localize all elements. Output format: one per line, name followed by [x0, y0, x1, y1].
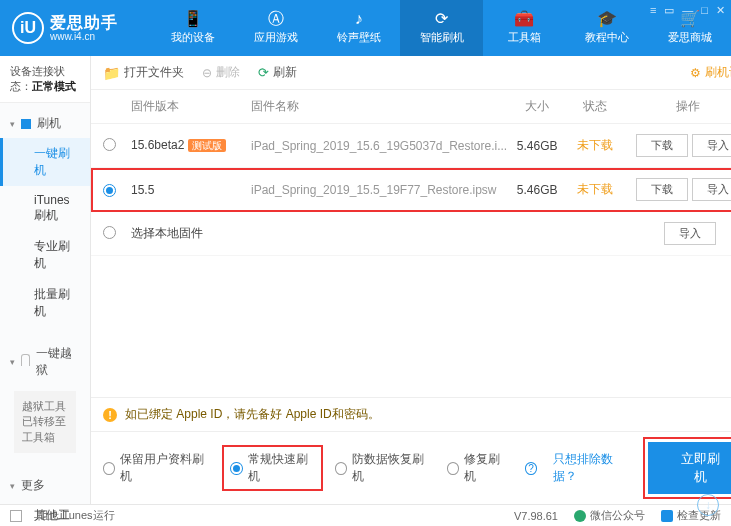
flash-now-button[interactable]: 立即刷机: [648, 442, 731, 494]
nav-toolbox[interactable]: 🧰工具箱: [483, 0, 566, 56]
device-icon: 📱: [183, 11, 203, 27]
music-icon: ♪: [355, 11, 363, 27]
refresh-button[interactable]: ⟳刷新: [258, 64, 297, 81]
nav-my-device[interactable]: 📱我的设备: [152, 0, 235, 56]
row-radio[interactable]: [103, 226, 116, 239]
nav-ringtone[interactable]: ♪铃声壁纸: [317, 0, 400, 56]
nav-apps[interactable]: Ⓐ应用游戏: [235, 0, 318, 56]
import-button[interactable]: 导入: [692, 134, 731, 157]
update-icon: [661, 510, 673, 522]
chevron-down-icon: ▾: [10, 481, 15, 491]
import-button[interactable]: 导入: [664, 222, 716, 245]
sidebar-item-oneclick[interactable]: 一键刷机: [0, 138, 90, 186]
gear-icon: ⚙: [690, 66, 701, 80]
lock-icon: [21, 354, 30, 366]
brand-url: www.i4.cn: [50, 31, 118, 42]
window-controls: ≡ ▭ — □ ✕: [650, 4, 725, 17]
row-radio[interactable]: [103, 138, 116, 151]
refresh-icon: ⟳: [258, 65, 269, 80]
radio-icon: [103, 462, 115, 475]
col-name: 固件名称: [251, 98, 507, 115]
jailbreak-note: 越狱工具已转移至工具箱: [14, 391, 76, 453]
firmware-status: 未下载: [567, 181, 623, 198]
radio-icon: [447, 462, 459, 475]
toolbox-icon: 🧰: [514, 11, 534, 27]
minimize-icon[interactable]: —: [682, 4, 693, 17]
radio-icon: [230, 462, 242, 475]
nav-flash[interactable]: ⟳智能刷机: [400, 0, 483, 56]
firmware-name: iPad_Spring_2019_15.6_19G5037d_Restore.i…: [251, 139, 507, 153]
radio-icon: [335, 462, 347, 475]
block-itunes-label: 阻止iTunes运行: [38, 508, 115, 523]
exclude-data-link[interactable]: 只想排除数据？: [553, 451, 632, 485]
maximize-icon[interactable]: □: [701, 4, 708, 17]
col-size: 大小: [507, 98, 567, 115]
sidebar-section-more[interactable]: ▾更多: [0, 471, 90, 500]
logo-icon: iU: [12, 12, 44, 44]
warning-icon: !: [103, 408, 117, 422]
appleid-notice: ! 如已绑定 Apple ID，请先备好 Apple ID和密码。 ×: [91, 397, 731, 431]
connection-status: 设备连接状态：正常模式: [0, 56, 90, 103]
delete-icon: ⊖: [202, 66, 212, 80]
sidebar-section-jailbreak[interactable]: ▾一键越狱: [0, 339, 90, 385]
version-label: V7.98.61: [514, 510, 558, 522]
firmware-size: 5.46GB: [507, 139, 567, 153]
chevron-down-icon: ▾: [10, 119, 15, 129]
info-icon[interactable]: ?: [525, 462, 537, 475]
square-icon: [21, 119, 31, 129]
local-firmware-label: 选择本地固件: [131, 225, 623, 242]
flash-settings-button[interactable]: ⚙刷机设置: [690, 64, 731, 81]
sidebar-section-flash[interactable]: ▾刷机: [0, 109, 90, 138]
brand-name: 爱思助手: [50, 14, 118, 32]
chevron-down-icon: ▾: [10, 357, 15, 367]
nav-tutorial[interactable]: 🎓教程中心: [566, 0, 649, 56]
apps-icon: Ⓐ: [268, 11, 284, 27]
open-folder-button[interactable]: 📁打开文件夹: [103, 64, 184, 81]
download-button[interactable]: 下载: [636, 178, 688, 201]
download-badge[interactable]: ↓: [697, 494, 719, 516]
mode-keep[interactable]: 保留用户资料刷机: [103, 451, 210, 485]
firmware-row[interactable]: 15.5 iPad_Spring_2019_15.5_19F77_Restore…: [91, 168, 731, 212]
sidebar-item-itunes[interactable]: iTunes刷机: [0, 186, 90, 231]
folder-icon: 📁: [103, 65, 120, 81]
firmware-status: 未下载: [567, 137, 623, 154]
col-ops: 操作: [623, 98, 731, 115]
sidebar-item-pro[interactable]: 专业刷机: [0, 231, 90, 279]
close-icon[interactable]: ✕: [716, 4, 725, 17]
mode-normal[interactable]: 常规快速刷机: [226, 449, 319, 487]
refresh-icon: ⟳: [435, 11, 448, 27]
block-itunes-checkbox[interactable]: [10, 510, 22, 522]
beta-badge: 测试版: [188, 139, 226, 152]
menu-icon[interactable]: ≡: [650, 4, 656, 17]
row-radio[interactable]: [103, 184, 116, 197]
mode-dfu[interactable]: 防数据恢复刷机: [335, 451, 431, 485]
col-version: 固件版本: [131, 98, 251, 115]
mode-repair[interactable]: 修复刷机: [447, 451, 509, 485]
local-firmware-row[interactable]: 选择本地固件 导入: [91, 212, 731, 256]
table-header: 固件版本 固件名称 大小 状态 操作: [91, 90, 731, 124]
wechat-icon: [574, 510, 586, 522]
compact-icon[interactable]: ▭: [664, 4, 674, 17]
download-button[interactable]: 下载: [636, 134, 688, 157]
firmware-size: 5.46GB: [507, 183, 567, 197]
import-button[interactable]: 导入: [692, 178, 731, 201]
app-logo: iU 爱思助手 www.i4.cn: [0, 0, 152, 56]
col-status: 状态: [567, 98, 623, 115]
firmware-name: iPad_Spring_2019_15.5_19F77_Restore.ipsw: [251, 183, 507, 197]
wechat-link[interactable]: 微信公众号: [574, 508, 645, 523]
tutorial-icon: 🎓: [597, 11, 617, 27]
sidebar-item-batch[interactable]: 批量刷机: [0, 279, 90, 327]
firmware-row[interactable]: 15.6beta2测试版 iPad_Spring_2019_15.6_19G50…: [91, 124, 731, 168]
delete-button: ⊖删除: [202, 64, 240, 81]
